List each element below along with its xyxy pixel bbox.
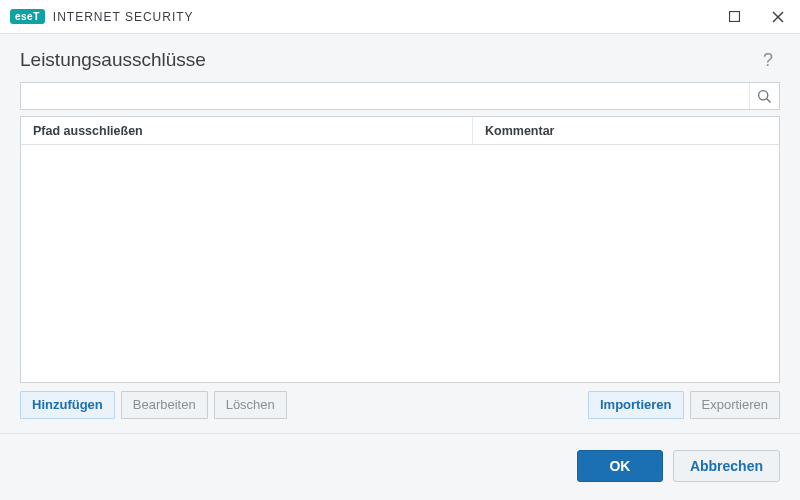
svg-line-4 xyxy=(767,98,771,102)
close-button[interactable] xyxy=(756,0,800,34)
titlebar: eseT INTERNET SECURITY xyxy=(0,0,800,34)
search-icon xyxy=(757,89,772,104)
search-input[interactable] xyxy=(21,83,749,109)
content-area: Pfad ausschließen Kommentar Hinzufügen B… xyxy=(0,82,800,433)
window-controls xyxy=(712,0,800,34)
add-button[interactable]: Hinzufügen xyxy=(20,391,115,419)
dialog-footer: OK Abbrechen xyxy=(0,433,800,500)
square-icon xyxy=(729,11,740,22)
column-header-path[interactable]: Pfad ausschließen xyxy=(21,117,473,144)
brand-text: INTERNET SECURITY xyxy=(53,10,194,24)
table-actions: Hinzufügen Bearbeiten Löschen Importiere… xyxy=(20,391,780,433)
delete-button[interactable]: Löschen xyxy=(214,391,287,419)
close-icon xyxy=(772,11,784,23)
header-row: Leistungsausschlüsse ? xyxy=(0,34,800,82)
cancel-button[interactable]: Abbrechen xyxy=(673,450,780,482)
search-row xyxy=(20,82,780,110)
maximize-button[interactable] xyxy=(712,0,756,34)
column-header-comment[interactable]: Kommentar xyxy=(473,117,779,144)
svg-point-3 xyxy=(759,90,768,99)
brand-badge: eseT xyxy=(10,9,45,24)
table-body[interactable] xyxy=(21,145,779,382)
svg-rect-0 xyxy=(729,12,739,22)
edit-button[interactable]: Bearbeiten xyxy=(121,391,208,419)
export-button[interactable]: Exportieren xyxy=(690,391,780,419)
page-title: Leistungsausschlüsse xyxy=(20,49,206,71)
ok-button[interactable]: OK xyxy=(577,450,663,482)
search-button[interactable] xyxy=(749,83,779,109)
table-header: Pfad ausschließen Kommentar xyxy=(21,117,779,145)
help-icon: ? xyxy=(763,50,773,71)
exclusions-table: Pfad ausschließen Kommentar xyxy=(20,116,780,383)
import-button[interactable]: Importieren xyxy=(588,391,684,419)
help-button[interactable]: ? xyxy=(756,48,780,72)
